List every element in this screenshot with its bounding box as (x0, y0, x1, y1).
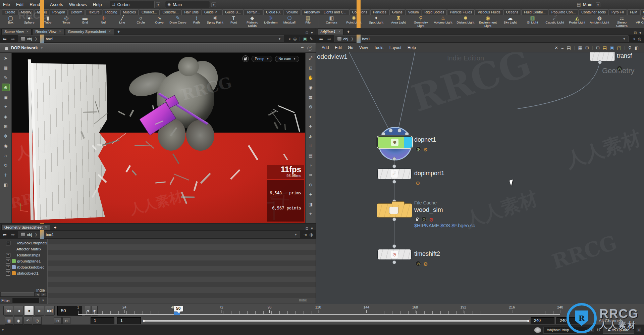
edit-icon[interactable]: ✎ (310, 37, 313, 41)
viewport-tool-icon[interactable]: ⤢ (307, 55, 314, 61)
viewport-tool-icon[interactable]: ◭ (307, 133, 314, 139)
node-transform[interactable] (590, 52, 615, 61)
range-end-field[interactable]: 240 (556, 317, 580, 324)
desktop-selector[interactable]: ❒ Corbin (110, 1, 155, 8)
shelf-tab[interactable]: Wires (640, 9, 644, 15)
help-icon[interactable]: ? (307, 46, 312, 51)
auto-update-spinner[interactable]: ▲▼ (637, 328, 641, 332)
shelf-tab[interactable]: Texture (85, 9, 102, 15)
asset-bag-icon[interactable]: ◰ (617, 45, 621, 50)
desktop-spinner[interactable]: ▲▼ (156, 2, 161, 7)
shelf-tab[interactable]: Create (2, 9, 18, 15)
horizontal-scrollbar[interactable]: ∷∷ ◀ ▶ (0, 292, 47, 297)
network-menu-item[interactable]: Go (345, 45, 356, 50)
viewport-tool-icon[interactable]: ✦ (307, 191, 314, 198)
close-icon[interactable]: ✕ (45, 226, 48, 229)
shelf-tool[interactable]: ● Sphere (20, 15, 38, 28)
viewport-tool-icon[interactable]: ⌗ (307, 142, 314, 149)
shelf-tab[interactable]: Muscles (120, 9, 139, 15)
radialmenu-spinner[interactable]: ▲▼ (596, 2, 600, 7)
viewport-tool-icon[interactable]: ▦ (307, 94, 314, 100)
shelf-tab-dropdown[interactable]: ▼ (310, 11, 315, 14)
persp-view-selector[interactable]: Persp▼ (252, 56, 273, 62)
network-menu-item[interactable]: Help (405, 45, 419, 50)
pane-tab[interactable]: Render View✕ (32, 29, 64, 35)
viewport-tool-icon[interactable]: ⊞ (2, 123, 9, 130)
shelf-tab[interactable]: Rigging (103, 9, 120, 15)
close-icon[interactable]: ✕ (26, 30, 29, 33)
viewport-tool-icon[interactable]: ✥ (2, 133, 9, 139)
path-field[interactable]: obj ❯ box1 ▼ (334, 35, 629, 42)
shelf-tool[interactable]: ◆ Platonic Solids (243, 15, 261, 28)
shelf-tab[interactable]: Oceans (503, 9, 521, 15)
current-frame-marker[interactable]: 50 (174, 310, 180, 315)
viewport-tool-icon[interactable]: ⊕ (2, 84, 9, 91)
path-dropdown-icon[interactable]: ▼ (294, 233, 299, 236)
shelf-tool[interactable]: ♨ Volume Light (432, 15, 454, 28)
viewport-tool-icon[interactable]: ◐ (307, 113, 314, 120)
time-dependent-badge-icon[interactable]: ◷ (421, 217, 427, 222)
forward-arrow-icon[interactable]: ➡ (326, 36, 333, 42)
network-menu-item[interactable]: Tools (371, 45, 386, 50)
tree-view-icon[interactable]: ≡ (561, 45, 564, 50)
audio-options-button[interactable]: ◉ (14, 317, 23, 325)
shelf-tool[interactable]: ○ Circle (131, 15, 150, 28)
range-start-field[interactable]: 1 (91, 317, 114, 324)
path-field[interactable]: obj ❯ box1 ▼ (18, 35, 284, 42)
shelf-tab[interactable]: Modify (18, 9, 34, 15)
scroll-right-button[interactable]: ▶ (41, 293, 46, 296)
shelf-tab[interactable]: Populate Con... (549, 9, 578, 15)
menu-item[interactable]: Windows (66, 2, 90, 7)
shelf-tool[interactable]: ♜ Area Light (387, 15, 410, 28)
node-input-dot[interactable] (392, 244, 396, 248)
refresh-icon[interactable]: ↻ (596, 327, 600, 333)
playback-start-field[interactable]: 1 (117, 317, 141, 324)
pane-menu-icon[interactable]: ▼ (310, 31, 314, 35)
pane-layout-icon[interactable]: ⊡ (306, 31, 308, 35)
tree-expander[interactable]: + (6, 259, 10, 264)
keyframe-options-button[interactable]: ▦ (5, 317, 13, 325)
viewport-tool-icon[interactable]: ⌖ (307, 210, 314, 217)
shelf-tab[interactable]: Guide P... (202, 9, 222, 15)
viewport-tool-icon[interactable]: ◔ (307, 162, 314, 169)
breadcrumb-obj[interactable]: obj (335, 37, 350, 41)
shelf-tab[interactable]: FEM (627, 9, 640, 15)
collapse-icon[interactable]: ▼ (41, 47, 43, 50)
shelf-tab[interactable]: Pyro FX (609, 9, 627, 15)
pane-tab[interactable]: Scene View✕ (1, 29, 32, 35)
gear-badge-icon[interactable]: ⚙ (416, 180, 420, 185)
tree-expander[interactable] (6, 247, 10, 251)
shelf-tool[interactable]: ◎ Torus (57, 15, 75, 28)
back-arrow-icon[interactable]: ⬅ (318, 36, 324, 42)
global-time-options-button[interactable]: ◷ (33, 317, 42, 325)
context-path-field[interactable]: /obj/box1/dop... (543, 327, 587, 334)
pin-icon[interactable]: ⇥ (287, 37, 290, 41)
shelf-tab[interactable]: Fluid Contai... (521, 9, 548, 15)
shelf-tab[interactable]: Cloud FX (263, 9, 283, 15)
add-pane-tab-button[interactable]: + (344, 29, 352, 35)
viewport-tool-icon[interactable]: ▤ (307, 152, 314, 159)
clock-badge-icon[interactable]: ◷ (617, 66, 622, 71)
gear-badge-icon[interactable]: ⚙ (423, 147, 428, 151)
shelf-tool[interactable]: ∿ Curve (150, 15, 168, 28)
shelf-tool[interactable]: ❋ Spray Paint (206, 15, 224, 28)
shelf-tab[interactable]: Particle Fluids (447, 9, 475, 15)
shelf-tool[interactable]: ⚲ Geometry Light (410, 15, 432, 28)
camera-lock-button[interactable] (242, 55, 249, 62)
pane-menu-icon[interactable]: ▼ (639, 31, 642, 35)
search-icon[interactable]: ⚲ (628, 45, 632, 50)
shelf-tab[interactable]: Terrain... (244, 9, 263, 15)
network-canvas[interactable]: odedview1 Indie Edition transf Geometry … (316, 52, 644, 325)
node-dopimport1[interactable]: ☄ (377, 169, 412, 179)
shelf-tool[interactable]: ▥ GI Light (521, 15, 544, 28)
next-key-button[interactable]: ▶| (62, 317, 70, 324)
filter-dropdown-icon[interactable]: ▼ (42, 299, 46, 302)
tree-item[interactable]: Affector Matrix (0, 246, 47, 252)
shelf-tool[interactable]: ╱ Line (113, 15, 131, 28)
viewport-tool-icon[interactable]: ⚙ (307, 103, 314, 110)
tree-expander[interactable]: + (6, 265, 10, 270)
shelf-tool[interactable]: ⌇ Path (187, 15, 206, 28)
pane-layout-icon[interactable]: ⊡ (634, 31, 637, 35)
shelf-tab[interactable]: Lights and C... (321, 9, 349, 15)
add-pane-tab-button[interactable]: + (115, 29, 123, 35)
